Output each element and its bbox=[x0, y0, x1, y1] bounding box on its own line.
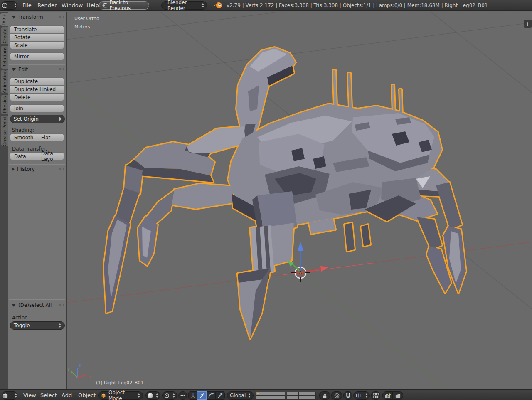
snap-element-select[interactable] bbox=[353, 391, 370, 400]
tab-create[interactable]: Create bbox=[1, 27, 8, 44]
shade-flat-button[interactable]: Flat bbox=[37, 133, 64, 141]
layer-cell[interactable] bbox=[299, 392, 304, 395]
duplicate-button[interactable]: Duplicate bbox=[10, 77, 64, 85]
back-to-previous-button[interactable]: Back to Previous bbox=[99, 1, 149, 10]
layer-cell[interactable] bbox=[310, 392, 315, 395]
manipulator-axes-button[interactable] bbox=[188, 391, 197, 400]
chevron-updown-icon bbox=[363, 393, 368, 398]
layer-cell[interactable] bbox=[268, 392, 273, 395]
menu-select[interactable]: Select bbox=[39, 390, 59, 400]
panel-drag-dots-icon[interactable] bbox=[59, 16, 64, 18]
panel-separator bbox=[9, 164, 65, 165]
render-engine-select[interactable]: Blender Render bbox=[161, 1, 207, 10]
axis-gizmo: z y x bbox=[67, 363, 91, 378]
pivot-point-select[interactable] bbox=[162, 391, 177, 400]
menu-view[interactable]: View bbox=[22, 390, 38, 400]
menu-render[interactable]: Render bbox=[36, 0, 58, 11]
layer-cell[interactable] bbox=[268, 396, 273, 399]
unit-label: Meters bbox=[74, 24, 90, 30]
axis-x-label: x bbox=[88, 374, 91, 378]
tab-tools[interactable]: Tools bbox=[0, 13, 8, 26]
layer-cell[interactable] bbox=[304, 392, 310, 395]
shade-smooth-button[interactable]: Smooth bbox=[10, 133, 37, 141]
set-origin-select[interactable]: Set Origin bbox=[10, 115, 65, 123]
snap-target-button[interactable] bbox=[371, 391, 380, 400]
chevron-updown-icon bbox=[12, 3, 17, 7]
chevron-updown-icon bbox=[56, 323, 61, 328]
render-animation-button[interactable] bbox=[393, 391, 403, 400]
join-button[interactable]: Join bbox=[10, 104, 64, 112]
3d-viewport[interactable]: z y x User Ortho Meters (1) Right_Leg02_… bbox=[66, 12, 532, 389]
layer-cell[interactable] bbox=[256, 396, 262, 399]
info-circle-icon bbox=[2, 2, 8, 9]
chevron-updown-icon bbox=[199, 3, 204, 7]
proportional-editing-button[interactable] bbox=[331, 391, 342, 400]
editor-type-button[interactable] bbox=[2, 391, 17, 400]
lock-to-scene-button[interactable] bbox=[319, 391, 330, 400]
scale-manipulator-button[interactable] bbox=[216, 391, 225, 400]
data-button[interactable]: Data bbox=[10, 152, 37, 160]
mode-select[interactable]: Object Mode bbox=[98, 391, 143, 400]
active-object-label: (1) Right_Leg02_B01 bbox=[96, 380, 143, 385]
manipulator-z-handle bbox=[298, 242, 303, 251]
layer-cell[interactable] bbox=[273, 396, 279, 399]
chevron-updown-icon bbox=[246, 393, 251, 398]
render-still-button[interactable] bbox=[382, 391, 393, 400]
scale-button[interactable]: Scale bbox=[10, 41, 64, 49]
manipulator-center-toggle[interactable] bbox=[178, 391, 187, 400]
translate-button[interactable]: Translate bbox=[10, 25, 64, 33]
camera-icon bbox=[384, 393, 391, 399]
tab-relations[interactable]: Relations bbox=[1, 46, 8, 69]
layer-cell[interactable] bbox=[279, 396, 285, 399]
layer-cell[interactable] bbox=[287, 396, 293, 399]
tool-shelf: Transform Translate Rotate Scale Mirror … bbox=[8, 12, 66, 389]
data-layout-button[interactable]: Data Layo bbox=[37, 152, 64, 160]
viewport-canvas[interactable]: z y x bbox=[67, 12, 532, 389]
delete-button[interactable]: Delete bbox=[10, 93, 64, 101]
layer-cell[interactable] bbox=[293, 392, 298, 395]
panel-drag-dots-icon[interactable] bbox=[59, 168, 64, 170]
panel-drag-dots-icon[interactable] bbox=[59, 68, 64, 71]
editor-type-button[interactable] bbox=[1, 1, 17, 10]
layer-cell[interactable] bbox=[262, 396, 268, 399]
axis-y-label: y bbox=[67, 367, 70, 371]
layer-cell[interactable] bbox=[293, 396, 298, 399]
translate-manipulator-button[interactable] bbox=[197, 391, 207, 400]
duplicate-linked-button[interactable]: Duplicate Linked bbox=[10, 85, 64, 93]
layer-cell[interactable] bbox=[310, 396, 315, 399]
transform-orientation-select[interactable]: Global bbox=[227, 391, 254, 400]
menu-help[interactable]: Help bbox=[85, 0, 101, 11]
panel-header-deselect-all[interactable]: (De)select All bbox=[12, 301, 64, 309]
panel-separator bbox=[9, 64, 65, 65]
selected-object-mech[interactable] bbox=[104, 47, 466, 338]
panel-header-edit[interactable]: Edit bbox=[12, 66, 64, 73]
panel-header-transform[interactable]: Transform bbox=[12, 13, 64, 21]
snap-toggle-button[interactable] bbox=[343, 391, 352, 400]
panel-drag-dots-icon[interactable] bbox=[59, 304, 64, 306]
blender-window: File Render Window Help Back to Previous… bbox=[0, 0, 532, 400]
viewport-shading-select[interactable] bbox=[145, 391, 160, 400]
layer-cell[interactable] bbox=[256, 392, 262, 395]
menu-window[interactable]: Window bbox=[60, 0, 84, 11]
layer-cell[interactable] bbox=[279, 392, 285, 395]
tab-physics[interactable]: Physics bbox=[1, 95, 8, 114]
menu-file[interactable]: File bbox=[21, 0, 33, 11]
expand-properties-region-button[interactable]: + bbox=[524, 20, 532, 28]
menu-add[interactable]: Add bbox=[60, 390, 74, 400]
rotate-manipulator-button[interactable] bbox=[207, 391, 216, 400]
mirror-button[interactable]: Mirror bbox=[10, 52, 64, 60]
scale-square-icon bbox=[217, 393, 223, 399]
layer-cell[interactable] bbox=[304, 396, 310, 399]
layer-cell[interactable] bbox=[299, 396, 304, 399]
layer-cell[interactable] bbox=[262, 392, 268, 395]
panel-header-history[interactable]: History bbox=[12, 165, 64, 173]
layer-cell[interactable] bbox=[273, 392, 279, 395]
view-name-label: User Ortho bbox=[74, 16, 99, 21]
tab-animation[interactable]: Animation bbox=[1, 70, 8, 93]
layer-cell[interactable] bbox=[287, 392, 293, 395]
tab-grease-pencil[interactable]: Grease Pencil bbox=[1, 116, 8, 146]
rotate-button[interactable]: Rotate bbox=[10, 33, 64, 41]
chevron-updown-icon bbox=[153, 393, 158, 398]
action-select[interactable]: Toggle bbox=[10, 321, 65, 330]
menu-object[interactable]: Object bbox=[76, 390, 97, 400]
